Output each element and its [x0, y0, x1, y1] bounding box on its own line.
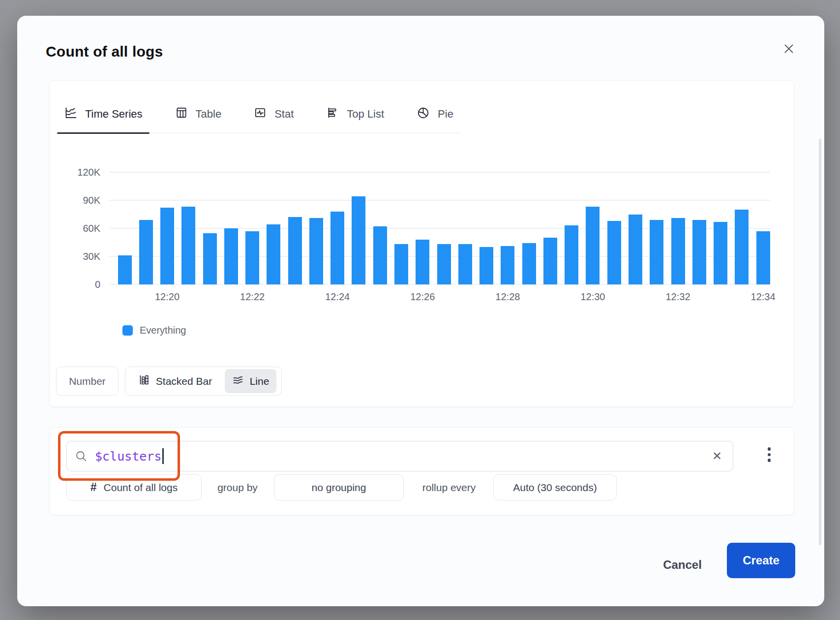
visualization-tabbar: Time SeriesTableStatTop ListPie [57, 95, 460, 133]
bar-12 [373, 226, 387, 284]
bar-21 [565, 225, 578, 284]
create-button[interactable]: Create [727, 543, 795, 578]
bar-27 [692, 220, 706, 284]
close-icon [782, 42, 795, 57]
close-button[interactable] [780, 40, 798, 59]
bar-0 [118, 255, 132, 284]
bar-chart-plot [110, 172, 770, 284]
bar-13 [394, 244, 408, 284]
tab-label: Time Series [85, 108, 143, 121]
chart-preview-card: Time SeriesTableStatTop ListPie 030K60K9… [49, 80, 794, 407]
x-tick-label: 12:26 [393, 291, 452, 303]
grouping-selector-chip[interactable]: no grouping [274, 474, 404, 500]
tab-label: Stat [274, 108, 294, 121]
bar-20 [543, 238, 557, 284]
x-tick-label: 12:32 [649, 291, 708, 303]
bar-8 [288, 217, 302, 284]
bar-16 [458, 244, 472, 284]
number-view-label: Number [69, 375, 106, 387]
x-tick-label: 12:30 [563, 291, 622, 303]
top-list-icon [326, 106, 339, 122]
bar-10 [330, 212, 344, 284]
tab-top-list[interactable]: Top List [319, 95, 391, 133]
stacked-bar-icon [138, 374, 150, 388]
table-icon [175, 106, 188, 122]
stacked-bar-view-button[interactable]: Stacked Bar [125, 369, 225, 393]
tab-pie[interactable]: Pie [410, 95, 460, 133]
y-tick-label: 0 [50, 279, 100, 290]
gridline [110, 200, 770, 201]
time-series-icon [64, 106, 77, 123]
kebab-dot [768, 459, 771, 462]
bar-29 [735, 210, 749, 284]
number-view-button[interactable]: Number [56, 367, 119, 396]
bar-9 [309, 218, 323, 284]
bar-1 [139, 220, 153, 284]
x-tick-label: 12:34 [734, 291, 793, 303]
tab-label: Pie [438, 108, 453, 121]
tab-stat[interactable]: Stat [247, 95, 300, 133]
bar-4 [203, 233, 217, 285]
legend-label: Everything [140, 325, 186, 336]
bar-30 [756, 231, 770, 284]
bar-18 [501, 246, 514, 284]
bar-28 [714, 222, 727, 284]
bar-7 [267, 224, 280, 284]
tab-time-series[interactable]: Time Series [57, 95, 150, 133]
bar-2 [160, 208, 174, 284]
stat-icon [254, 106, 267, 122]
bar-19 [522, 243, 536, 284]
y-tick-label: 90K [50, 194, 100, 206]
y-tick-label: 30K [50, 250, 100, 262]
bar-5 [224, 228, 238, 284]
kebab-dot [768, 453, 771, 457]
log-search-input[interactable]: $clusters ✕ [66, 441, 733, 471]
clear-search-button[interactable]: ✕ [707, 441, 727, 471]
hash-icon: # [90, 481, 97, 494]
search-icon [75, 450, 88, 463]
bar-3 [181, 207, 195, 284]
create-graph-modal: Count of all logs Time SeriesTableStatTo… [17, 16, 824, 606]
create-label: Create [743, 554, 780, 567]
modal-title: Count of all logs [46, 43, 163, 60]
x-tick-label: 12:22 [223, 291, 282, 303]
legend-swatch [122, 325, 133, 336]
x-tick-label: 12:24 [308, 291, 367, 303]
bar-15 [437, 244, 451, 284]
bar-17 [480, 247, 493, 284]
tab-table[interactable]: Table [168, 95, 229, 133]
group-by-label: group by [208, 474, 267, 500]
x-tick-label: 12:28 [478, 291, 537, 303]
legend-item-everything[interactable]: Everything [122, 325, 186, 336]
kebab-dot [768, 447, 771, 451]
grouping-value: no grouping [312, 482, 366, 494]
modal-scrollbar-thumb[interactable] [819, 139, 821, 545]
chart-style-segmented-control: Stacked Bar Line [125, 367, 282, 396]
line-view-button-selected[interactable]: Line [225, 369, 276, 393]
line-chart-icon [232, 374, 244, 388]
rollup-selector-chip[interactable]: Auto (30 seconds) [493, 474, 617, 500]
bar-26 [671, 218, 685, 284]
bar-23 [607, 221, 621, 284]
tab-label: Top List [347, 108, 384, 121]
bar-14 [416, 240, 429, 284]
tab-label: Table [196, 108, 222, 121]
bar-11 [352, 196, 365, 284]
pie-icon [417, 106, 430, 123]
cancel-button[interactable]: Cancel [654, 551, 711, 579]
gridline [110, 172, 770, 173]
query-options-kebab-button[interactable] [762, 442, 776, 467]
bar-24 [629, 215, 642, 285]
y-tick-label: 120K [50, 166, 100, 178]
x-tick-label: 12:20 [138, 291, 197, 303]
rollup-every-label: rollup every [410, 474, 488, 500]
dimmed-backdrop: Count of all logs Time SeriesTableStatTo… [0, 0, 840, 620]
bar-6 [245, 231, 259, 284]
metric-chip-count-of-all-logs[interactable]: # Count of all logs [66, 474, 202, 500]
stacked-bar-view-label: Stacked Bar [156, 375, 212, 387]
bar-25 [650, 220, 663, 284]
search-input-value: $clusters [95, 449, 161, 464]
cancel-label: Cancel [663, 558, 702, 572]
text-cursor [162, 448, 164, 464]
bar-22 [586, 207, 600, 284]
